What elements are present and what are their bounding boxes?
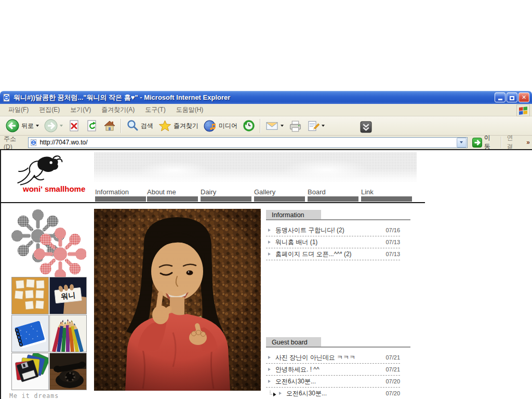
nav-bar-decor — [201, 196, 251, 202]
thumb-blue-notebook[interactable] — [11, 315, 49, 352]
refresh-button[interactable] — [83, 118, 101, 133]
messenger-icon — [360, 121, 372, 133]
close-button[interactable]: ✕ — [518, 92, 529, 102]
search-label: 검색 — [141, 122, 153, 130]
links-chevron[interactable]: » — [526, 139, 530, 146]
bullet-icon — [268, 380, 272, 383]
go-button[interactable]: 이동 — [472, 134, 497, 151]
nav-bar-decor — [361, 196, 412, 202]
nav-bar-decor — [147, 196, 198, 202]
nav-underline — [0, 202, 425, 203]
go-arrow-icon — [472, 138, 482, 148]
thumb-telephone[interactable] — [49, 353, 87, 390]
back-dropdown-icon — [36, 125, 39, 127]
bullet-icon — [268, 368, 272, 371]
nav-information[interactable]: Information — [95, 188, 129, 196]
bullet-icon — [268, 229, 272, 232]
bullet-icon — [268, 356, 272, 359]
edit-icon — [307, 120, 320, 132]
media-label: 미디어 — [219, 122, 237, 130]
history-button[interactable] — [240, 118, 258, 133]
ie-window: 워니#))달콤한 꿈처럼..."워니의 작은 홈♥" - Microsoft I… — [0, 91, 532, 399]
svg-text:워니: 워니 — [60, 291, 76, 301]
banner-image — [94, 152, 417, 182]
forward-icon — [44, 119, 58, 132]
mail-icon — [265, 120, 278, 131]
reply-arrow-icon — [269, 391, 276, 396]
toolbar-separator — [260, 119, 261, 133]
main-photo — [94, 209, 261, 391]
thumb-woni-card[interactable]: 워니 — [49, 277, 87, 314]
guest-item[interactable]: 안녕하세요. ! ^^ 07/21 — [266, 364, 400, 376]
mail-dropdown-icon — [281, 125, 284, 127]
nav-dairy[interactable]: Dairy — [201, 188, 216, 196]
goat-logo[interactable] — [10, 154, 69, 187]
thumb-sticky-notes[interactable] — [11, 277, 49, 314]
site-title[interactable]: woni' smallhome — [23, 184, 85, 193]
guest-board-underline — [266, 347, 410, 348]
bullet-icon — [268, 241, 272, 244]
titlebar[interactable]: 워니#))달콤한 꿈처럼..."워니의 작은 홈♥" - Microsoft I… — [0, 91, 532, 104]
info-list: 동맹사이트 구합니다! (2) 07/16 워니홈 배너 (1) 07/13 홈… — [266, 224, 400, 260]
media-icon — [204, 119, 217, 132]
media-button[interactable]: 미디어 — [201, 118, 240, 134]
guest-item[interactable]: 오전6시30분... 07/20 — [266, 376, 400, 388]
bullet-icon — [268, 252, 272, 256]
home-button[interactable] — [101, 118, 118, 133]
nav-link[interactable]: Link — [361, 188, 374, 196]
ie-page-icon — [30, 139, 37, 147]
history-icon — [243, 119, 255, 132]
toolbar: 뒤로 — [0, 116, 532, 136]
back-button[interactable]: 뒤로 — [3, 118, 42, 134]
favorites-button[interactable]: 즐겨찾기 — [156, 118, 201, 133]
flower-graphic — [8, 206, 86, 280]
links-label[interactable]: 연결 — [507, 134, 519, 151]
address-dropdown-button[interactable] — [457, 138, 467, 148]
refresh-icon — [86, 119, 98, 132]
info-item[interactable]: 동맹사이트 구합니다! (2) 07/16 — [266, 224, 400, 236]
restore-button[interactable] — [507, 92, 517, 102]
menu-tools[interactable]: 도구(T) — [140, 104, 170, 116]
nav-bar-decor — [254, 196, 305, 202]
menu-edit[interactable]: 편집(E) — [34, 104, 65, 116]
nav-about-me[interactable]: About me — [147, 188, 176, 196]
guest-item[interactable]: 사진 장난이 아닌데요 ㅋㅋㅋ 07/21 — [266, 352, 400, 364]
messenger-button[interactable] — [357, 120, 375, 134]
edit-button[interactable] — [304, 119, 327, 133]
nav-gallery[interactable]: Gallery — [254, 188, 275, 196]
window-controls: ✕ — [495, 92, 529, 102]
guest-board-title: Guest board — [272, 339, 308, 346]
menu-help[interactable]: 도움말(H) — [171, 104, 209, 116]
search-button[interactable]: 검색 — [124, 118, 156, 133]
mail-button[interactable] — [263, 119, 286, 132]
info-box-header: Information — [266, 210, 321, 220]
nav-bar-decor — [95, 196, 146, 202]
menu-file[interactable]: 파일(F) — [3, 104, 34, 116]
window-title: 워니#))달콤한 꿈처럼..."워니의 작은 홈♥" - Microsoft I… — [14, 93, 230, 102]
address-separator — [501, 137, 502, 148]
print-button[interactable] — [286, 119, 304, 133]
nav-board[interactable]: Board — [308, 188, 326, 196]
thumb-colored-pencils[interactable] — [49, 315, 87, 352]
address-label: 주소(D) — [2, 135, 26, 151]
bullet-icon — [279, 392, 283, 395]
back-label: 뒤로 — [21, 122, 34, 130]
minimize-button[interactable] — [495, 92, 506, 102]
address-url: http://7047.wo.to/ — [39, 139, 87, 146]
forward-button[interactable] — [42, 118, 65, 134]
search-icon — [126, 119, 139, 132]
windows-logo-icon — [516, 104, 530, 116]
info-item[interactable]: 홈페이지 드뎌 오픈...^^* (2) 07/13 — [266, 248, 400, 260]
menu-view[interactable]: 보기(V) — [65, 104, 96, 116]
back-icon — [6, 119, 19, 132]
page-left-border — [0, 150, 1, 399]
toolbar-separator — [121, 119, 122, 133]
footer-text: Me it dreams — [9, 392, 59, 399]
info-item[interactable]: 워니홈 배너 (1) 07/13 — [266, 236, 400, 248]
stop-button[interactable] — [65, 118, 83, 133]
menu-favorites[interactable]: 즐겨찾기(A) — [96, 104, 140, 116]
address-input[interactable]: http://7047.wo.to/ — [28, 137, 467, 148]
info-box-title: Information — [272, 211, 304, 219]
guest-item-reply[interactable]: 오전6시30분... 07/20 — [266, 388, 400, 399]
thumb-floppy-disks[interactable] — [11, 353, 49, 390]
